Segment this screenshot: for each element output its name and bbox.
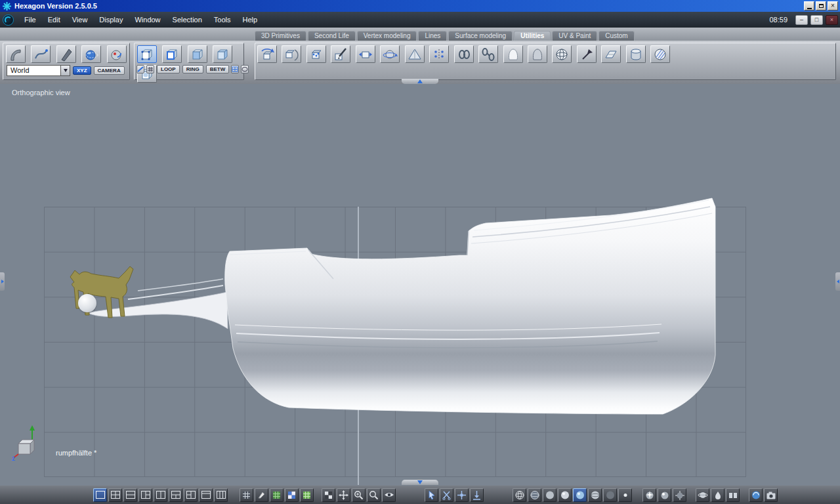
paint-display-icon[interactable]: [711, 488, 724, 502]
right-panel-handle[interactable]: [835, 272, 840, 291]
select-arrow-icon[interactable]: [425, 488, 438, 502]
tab-second-life[interactable]: Second Life: [308, 31, 356, 41]
bottom-panel-collapse-handle[interactable]: [402, 480, 438, 485]
grid-snap-icon[interactable]: [146, 65, 154, 74]
sheet-icon[interactable]: [601, 45, 621, 63]
layout-3cols-icon[interactable]: [214, 488, 228, 502]
shading-points-icon[interactable]: [618, 488, 632, 502]
arrow-cursor-icon[interactable]: [577, 45, 597, 63]
hook-tool-icon[interactable]: [6, 45, 26, 63]
shading-textured-icon[interactable]: [573, 488, 587, 502]
render-icon[interactable]: [749, 488, 763, 502]
material-check-icon[interactable]: [285, 488, 299, 502]
select-object-cube-icon[interactable]: [213, 45, 232, 63]
shading-wireframe-icon[interactable]: [513, 488, 526, 502]
wire-sphere-icon[interactable]: [552, 45, 572, 63]
material-lime-icon[interactable]: [300, 488, 314, 502]
edge-snap-icon[interactable]: [136, 65, 144, 74]
left-panel-handle[interactable]: [0, 272, 5, 291]
dog-model[interactable]: [68, 262, 138, 323]
spin-cube-icon[interactable]: [356, 45, 375, 63]
sphere-star-icon[interactable]: [642, 488, 656, 502]
betw-button[interactable]: BETW: [206, 65, 230, 74]
tab-custom[interactable]: Custom: [598, 31, 634, 41]
select-faces-cube-icon[interactable]: [188, 45, 207, 63]
import-drop-icon[interactable]: [470, 488, 484, 502]
camera-button[interactable]: CAMERA: [94, 66, 125, 75]
shading-flat-icon[interactable]: [543, 488, 556, 502]
shading-shaded-wire-icon[interactable]: [588, 488, 602, 502]
dual-panel-icon[interactable]: [726, 488, 740, 502]
checker-select-icon[interactable]: [322, 488, 335, 502]
layout-1left-2right-icon[interactable]: [138, 488, 152, 502]
tab-surface-modeling[interactable]: Surface modeling: [448, 31, 513, 41]
menu-selection[interactable]: Selection: [167, 16, 208, 24]
panel-minimize-button[interactable]: –: [795, 15, 808, 25]
material-green-icon[interactable]: [270, 488, 284, 502]
ring-button[interactable]: RING: [182, 65, 203, 74]
sphere-marker[interactable]: [78, 294, 96, 312]
chain-icon[interactable]: [454, 45, 474, 63]
minimize-button[interactable]: [804, 1, 814, 10]
sphere-select-tool-icon[interactable]: [81, 45, 101, 63]
menu-help[interactable]: Help: [237, 16, 264, 24]
cube-arc-icon[interactable]: [282, 45, 301, 63]
cylinder-icon[interactable]: [626, 45, 646, 63]
layout-wide-top-icon[interactable]: [199, 488, 213, 502]
layout-2left-1right-icon[interactable]: [184, 488, 198, 502]
sphere-glow-icon[interactable]: [658, 488, 671, 502]
dotted-cube-icon[interactable]: [306, 45, 326, 63]
tab-lines[interactable]: Lines: [418, 31, 447, 41]
layout-2rows-icon[interactable]: [123, 488, 137, 502]
toolbar-collapse-handle[interactable]: [402, 79, 438, 84]
camera-snapshot-icon[interactable]: [764, 488, 778, 502]
visibility-icon[interactable]: [382, 488, 396, 502]
pan-icon[interactable]: [337, 488, 350, 502]
orbit-sphere-icon[interactable]: [380, 45, 400, 63]
layout-single-icon[interactable]: [93, 488, 107, 502]
uv-grid-toggle-icon[interactable]: [231, 65, 239, 74]
mirror-dots-icon[interactable]: [429, 45, 449, 63]
layout-1top-2bottom-icon[interactable]: [169, 488, 182, 502]
menu-view[interactable]: View: [66, 16, 94, 24]
cut-icon[interactable]: [440, 488, 453, 502]
blob-icon[interactable]: [503, 45, 523, 63]
menu-display[interactable]: Display: [93, 16, 129, 24]
xyz-button[interactable]: XYZ: [73, 66, 91, 75]
menu-window[interactable]: Window: [129, 16, 166, 24]
panel-maximize-button[interactable]: □: [810, 15, 823, 25]
orbit-display-icon[interactable]: [696, 488, 709, 502]
rotate-cube-icon[interactable]: [257, 45, 277, 63]
hatch-sphere-icon[interactable]: [650, 45, 670, 63]
uv-grid-icon[interactable]: [240, 488, 253, 502]
shading-smooth-icon[interactable]: [558, 488, 572, 502]
layout-2cols-icon[interactable]: [154, 488, 167, 502]
shading-hidden-line-icon[interactable]: [528, 488, 541, 502]
tab-3d-primitives[interactable]: 3D Primitives: [255, 31, 306, 41]
restore-button[interactable]: [816, 1, 826, 10]
dropdown-arrow-icon[interactable]: [60, 65, 70, 76]
pen-cube-icon[interactable]: [331, 45, 350, 63]
tab-uv-paint[interactable]: UV & Paint: [552, 31, 597, 41]
select-edges-cube-icon[interactable]: [162, 45, 182, 63]
ellipse-toggle-icon[interactable]: [241, 65, 249, 74]
panel-close-button[interactable]: ×: [826, 15, 838, 25]
manipulator-icon[interactable]: [455, 488, 469, 502]
zoom-icon[interactable]: [367, 488, 381, 502]
loop-button[interactable]: LOOP: [157, 65, 180, 74]
menu-tools[interactable]: Tools: [208, 16, 237, 24]
tab-vertex-modeling[interactable]: Vertex modeling: [357, 31, 417, 41]
chain-link-icon[interactable]: [478, 45, 498, 63]
uv-pen-icon[interactable]: [255, 488, 268, 502]
tab-utilities[interactable]: Utilities: [514, 31, 551, 41]
sphere-rays-icon[interactable]: [673, 488, 686, 502]
blade-tool-icon[interactable]: [56, 45, 76, 63]
layout-quad-icon[interactable]: [108, 488, 122, 502]
viewport-3d[interactable]: z Orthographic view rumpfhälfte *: [0, 84, 840, 486]
prism-icon[interactable]: [405, 45, 425, 63]
ship-hull-half-model[interactable]: [66, 192, 722, 429]
shading-dark-icon[interactable]: [603, 488, 617, 502]
curve-tool-icon[interactable]: [31, 45, 51, 63]
zoom-in-icon[interactable]: [352, 488, 366, 502]
paint-select-tool-icon[interactable]: [107, 45, 127, 63]
